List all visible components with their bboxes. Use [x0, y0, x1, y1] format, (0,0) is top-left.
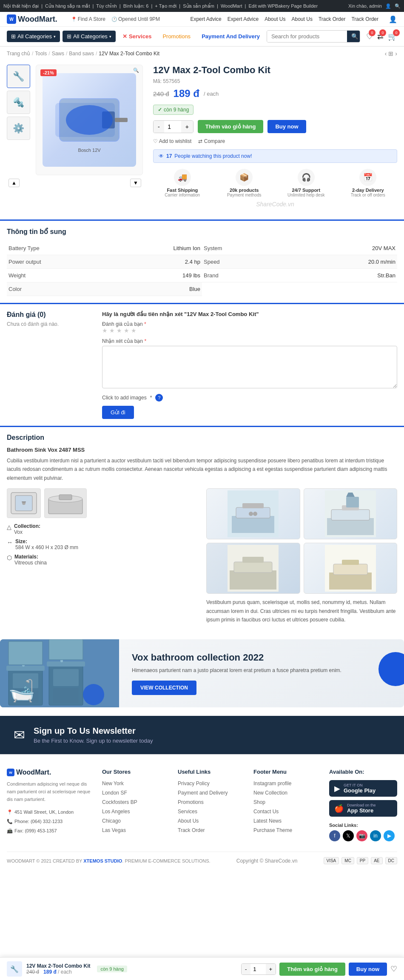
- star-4[interactable]: ★: [124, 327, 129, 334]
- search-input[interactable]: [267, 31, 347, 42]
- link-track-order[interactable]: Track Order: [178, 827, 205, 833]
- next-product-icon[interactable]: ›: [395, 50, 397, 57]
- top-nav-about1[interactable]: About Us: [265, 16, 285, 22]
- gallery-prev-btn[interactable]: ▲: [9, 179, 20, 187]
- store-chicago[interactable]: Chicago: [102, 818, 121, 824]
- all-categories-menu[interactable]: ⊞ All Categories ▾: [7, 31, 60, 42]
- quantity-input[interactable]: [164, 121, 181, 133]
- product-title: 12V Max 2-Tool Combo Kit: [153, 65, 397, 76]
- link-instagram[interactable]: Instagram profile: [253, 781, 291, 786]
- view-collection-button[interactable]: VIEW COLLECTION: [132, 681, 196, 695]
- quantity-control[interactable]: - +: [153, 120, 193, 133]
- add-to-cart-button[interactable]: Thêm vào giỏ hàng: [198, 120, 264, 133]
- find-store-link[interactable]: Find A Store: [71, 16, 105, 22]
- star-1[interactable]: ★: [102, 327, 108, 334]
- prev-product-icon[interactable]: ‹: [385, 50, 387, 57]
- products-title: 20k products: [215, 188, 274, 193]
- breadcrumb-home[interactable]: Trang chủ: [7, 51, 30, 57]
- admin-bar-content: Nội thất hiện đại | Cửa hàng sắp ra mắt …: [3, 3, 318, 9]
- search-bar[interactable]: 🔍: [267, 30, 360, 43]
- star-3[interactable]: ★: [117, 327, 122, 334]
- list-item: Purchase Theme: [253, 827, 319, 833]
- store-cockfosters[interactable]: Cockfosters BP: [102, 799, 137, 805]
- specs-grid: Battery Type Lithium Ion Power output 2.…: [7, 242, 397, 296]
- amex-icon: AE: [371, 857, 382, 864]
- user-account-icon[interactable]: 👤: [389, 15, 397, 23]
- qty-increase-btn[interactable]: +: [181, 121, 193, 133]
- product-sku: Mã: 557565: [153, 78, 397, 84]
- banner-svg: [0, 639, 119, 707]
- footer-copyright: Copyright © ShareCode.vn: [211, 858, 324, 864]
- link-promotions[interactable]: Promotions: [178, 799, 204, 805]
- link-about-us[interactable]: About Us: [178, 818, 199, 824]
- rating-required: *: [144, 321, 146, 327]
- footer-logo-text: WoodMart.: [16, 769, 51, 776]
- admin-search-icon[interactable]: 🔍: [395, 3, 401, 9]
- store-los-angeles[interactable]: Los Angeles: [102, 809, 130, 815]
- star-5[interactable]: ★: [131, 327, 137, 334]
- newsletter-text: Sign up To Us Newsletter Be the First to…: [34, 726, 153, 744]
- services-nav[interactable]: ✕ Services: [118, 31, 156, 42]
- gallery-next-btn[interactable]: ▼: [130, 179, 141, 187]
- link-privacy-policy[interactable]: Privacy Policy: [178, 781, 210, 786]
- instagram-icon[interactable]: 📷: [356, 830, 367, 841]
- all-categories-menu-2[interactable]: ⊞ All Categories ▾: [63, 31, 116, 42]
- link-payment-delivery[interactable]: Payment and Delivery: [178, 790, 228, 796]
- promotions-nav[interactable]: Promotions: [158, 31, 195, 42]
- add-images-btn[interactable]: Click to add images * ?: [102, 394, 397, 402]
- grid-view-icon[interactable]: ⊞: [388, 50, 393, 57]
- top-nav-track2[interactable]: Track Order: [351, 16, 378, 22]
- compare-link[interactable]: ⇄ Compare: [198, 138, 225, 144]
- admin-greeting: Xin chào, admin: [348, 3, 382, 9]
- facebook-icon[interactable]: f: [329, 830, 340, 841]
- compare-icon-btn[interactable]: ⇄ 0: [377, 32, 384, 41]
- svg-rect-45: [49, 639, 83, 660]
- wishlist-icon-btn[interactable]: ♡ 0: [366, 32, 373, 41]
- store-las-vegas[interactable]: Las Vegas: [102, 827, 126, 833]
- star-2[interactable]: ★: [109, 327, 115, 334]
- top-nav-expert1[interactable]: Expert Advice: [190, 16, 221, 22]
- help-icon[interactable]: ?: [155, 394, 163, 402]
- size-icon: ↔: [7, 539, 13, 546]
- link-shop[interactable]: Shop: [253, 799, 265, 805]
- top-nav-expert2[interactable]: Expert Advice: [228, 16, 259, 22]
- grid-icon: ⊞: [11, 33, 16, 40]
- link-services[interactable]: Services: [178, 809, 197, 815]
- service-20k-products: 📦 20k products Payment methods: [215, 169, 274, 197]
- breadcrumb-saws[interactable]: Saws: [52, 51, 64, 57]
- buy-now-button[interactable]: Buy now: [267, 120, 306, 133]
- search-button[interactable]: 🔍: [347, 31, 360, 42]
- top-nav-about2[interactable]: About Us: [292, 16, 313, 22]
- gallery-main-image: -21% Bosch 12V: [36, 65, 143, 175]
- breadcrumb-tools[interactable]: Tools: [35, 51, 47, 57]
- cart-icon-btn[interactable]: 🛒 0: [388, 32, 397, 41]
- submit-review-button[interactable]: Gửi đi: [102, 406, 134, 419]
- store-new-york[interactable]: New York: [102, 781, 124, 786]
- breadcrumb-band-saws[interactable]: Band saws: [69, 51, 94, 57]
- youtube-icon[interactable]: ▶: [384, 830, 395, 841]
- review-textarea[interactable]: [102, 346, 397, 388]
- star-rating[interactable]: ★ ★ ★ ★ ★: [102, 327, 397, 334]
- google-play-btn[interactable]: ▶ GET IT ON Google Play: [329, 780, 397, 797]
- admin-user-icon[interactable]: 👤: [385, 3, 391, 9]
- add-to-wishlist-link[interactable]: ♡ Add to wishlist: [153, 138, 191, 144]
- qty-decrease-btn[interactable]: -: [154, 121, 164, 133]
- site-logo[interactable]: W WoodMart.: [7, 14, 57, 24]
- spec-color-label: Color: [9, 286, 22, 292]
- thumb-2[interactable]: 🔩: [7, 91, 30, 114]
- link-latest-news[interactable]: Latest News: [253, 818, 282, 824]
- linkedin-icon[interactable]: in: [370, 830, 381, 841]
- store-london-sf[interactable]: London SF: [102, 790, 127, 796]
- thumb-3[interactable]: ⚙️: [7, 117, 30, 140]
- zoom-icon[interactable]: 🔍: [133, 68, 139, 73]
- link-contact-us[interactable]: Contact Us: [253, 809, 279, 815]
- fast-shipping-sub: Carrier information: [153, 193, 212, 197]
- app-store-btn[interactable]: 🍎 Download on the App Store: [329, 800, 397, 817]
- top-nav-track1[interactable]: Track Order: [319, 16, 346, 22]
- twitter-icon[interactable]: 𝕏: [343, 830, 354, 841]
- payment-delivery-nav[interactable]: Payment And Delivery: [197, 31, 264, 42]
- link-purchase-theme[interactable]: Purchase Theme: [253, 827, 292, 833]
- no-review-text: Chưa có đánh giá nào.: [7, 321, 92, 327]
- link-new-collection[interactable]: New Collection: [253, 790, 287, 796]
- thumb-1[interactable]: 🔧: [7, 65, 30, 88]
